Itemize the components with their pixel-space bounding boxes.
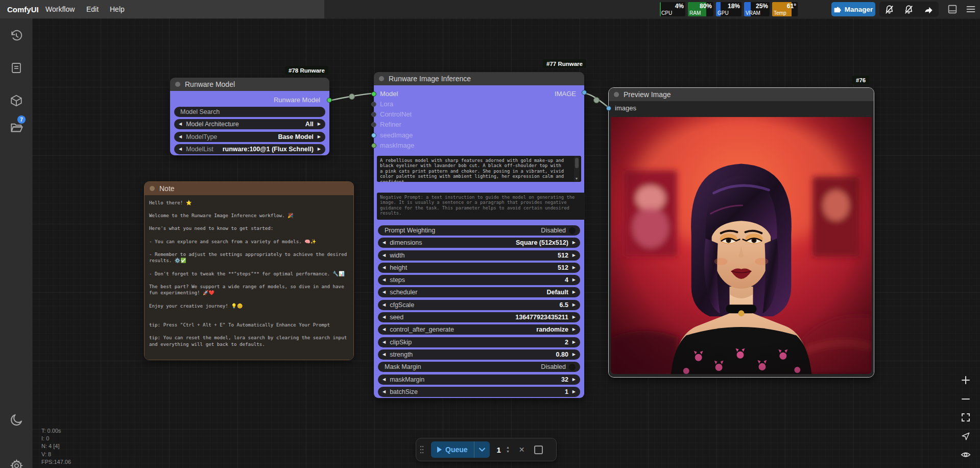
queue-options-chevron[interactable] bbox=[474, 441, 490, 458]
node-runware-image-inference[interactable]: Runware Image Inference Model Lora Contr… bbox=[374, 72, 584, 398]
input-slot-seedimage[interactable]: seedImage bbox=[371, 131, 413, 139]
widget-model-architecture[interactable]: ◀ Model Architecture All ▶ bbox=[174, 119, 325, 129]
combo-right-arrow[interactable]: ▶ bbox=[572, 315, 576, 319]
node-header[interactable]: Preview Image bbox=[609, 88, 874, 101]
widget-prompt-weighting[interactable]: Prompt Weighting Disabled bbox=[378, 225, 580, 236]
collapse-dot-icon[interactable] bbox=[175, 82, 180, 87]
combo-left-arrow[interactable]: ◀ bbox=[383, 390, 386, 394]
output-slot-image[interactable] bbox=[582, 90, 587, 95]
input-slot-refiner[interactable]: Refiner bbox=[371, 121, 401, 128]
share-icon[interactable] bbox=[924, 4, 934, 14]
combo-right-arrow[interactable]: ▶ bbox=[572, 266, 576, 270]
select-mode-icon[interactable] bbox=[959, 430, 972, 443]
widget-steps[interactable]: ◀ steps 4 ▶ bbox=[378, 275, 580, 285]
combo-left-arrow[interactable]: ◀ bbox=[179, 135, 182, 139]
combo-left-arrow[interactable]: ◀ bbox=[383, 290, 386, 294]
combo-right-arrow[interactable]: ▶ bbox=[572, 327, 576, 332]
input-slot-maskimage[interactable]: maskImage bbox=[371, 142, 414, 149]
node-preview-image[interactable]: Preview Image images bbox=[608, 87, 874, 378]
widget-cfgscale[interactable]: ◀ cfgScale 6.5 ▶ bbox=[378, 300, 580, 310]
collapse-dot-icon[interactable] bbox=[614, 92, 619, 97]
theme-toggle-icon[interactable] bbox=[9, 412, 24, 427]
zoom-in-icon[interactable] bbox=[959, 373, 972, 387]
combo-left-arrow[interactable]: ◀ bbox=[179, 122, 182, 126]
widget-maskmargin[interactable]: ◀ maskMargin 32 ▶ bbox=[378, 375, 580, 385]
widget-control-after-generate[interactable]: ◀ control_after_generate randomize ▶ bbox=[378, 324, 580, 335]
textarea-scrollbar[interactable]: ▾ bbox=[574, 156, 579, 181]
combo-left-arrow[interactable]: ◀ bbox=[383, 278, 386, 282]
combo-right-arrow[interactable]: ▶ bbox=[318, 147, 321, 151]
combo-left-arrow[interactable]: ◀ bbox=[383, 378, 386, 382]
input-slot-model[interactable]: Model bbox=[371, 90, 398, 98]
model-search-input[interactable]: Model Search bbox=[174, 107, 325, 117]
slot-dot[interactable] bbox=[371, 112, 376, 117]
batch-count-input[interactable]: 1 ▲ ▼ bbox=[495, 446, 510, 454]
note-text[interactable]: Hello there! ⭐ Welcome to the Runware Im… bbox=[145, 195, 353, 360]
clear-queue-icon[interactable]: ✕ bbox=[519, 446, 525, 454]
count-up-icon[interactable]: ▲ bbox=[506, 446, 510, 450]
toggle-visibility-eye-icon[interactable] bbox=[959, 448, 972, 461]
combo-left-arrow[interactable]: ◀ bbox=[383, 340, 386, 344]
queue-history-icon[interactable] bbox=[9, 28, 24, 43]
negative-prompt-textarea[interactable]: Negative Prompt: a text instruction to g… bbox=[377, 193, 585, 220]
bottom-panel-toggle-icon[interactable] bbox=[947, 4, 958, 14]
fit-view-icon[interactable] bbox=[959, 411, 972, 424]
input-slot-controlnet[interactable]: ControlNet bbox=[371, 110, 412, 118]
widget-clipskip[interactable]: ◀ clipSkip 2 ▶ bbox=[378, 337, 580, 347]
collapse-dot-icon[interactable] bbox=[379, 76, 384, 81]
node-header[interactable]: Runware Model bbox=[170, 78, 329, 91]
widget-model-list[interactable]: ◀ ModelList runware:100@1 (Flux Schnell)… bbox=[174, 144, 325, 154]
panel-drag-handle[interactable] bbox=[420, 445, 424, 454]
scroll-down-icon[interactable]: ▾ bbox=[574, 176, 579, 181]
slot-dot[interactable] bbox=[371, 122, 376, 127]
widget-mask-margin-toggle[interactable]: Mask Margin Disabled bbox=[378, 362, 580, 372]
node-runware-model[interactable]: Runware Model Runware Model Model Search… bbox=[170, 78, 329, 155]
combo-right-arrow[interactable]: ▶ bbox=[572, 241, 576, 245]
bell-icon[interactable] bbox=[904, 4, 914, 14]
combo-left-arrow[interactable]: ◀ bbox=[383, 253, 386, 258]
combo-left-arrow[interactable]: ◀ bbox=[383, 266, 386, 270]
settings-gear-icon[interactable] bbox=[9, 458, 24, 468]
combo-right-arrow[interactable]: ▶ bbox=[572, 278, 576, 282]
combo-left-arrow[interactable]: ◀ bbox=[383, 241, 386, 245]
zoom-out-icon[interactable] bbox=[959, 392, 972, 406]
output-slot-model[interactable] bbox=[327, 98, 332, 103]
combo-right-arrow[interactable]: ▶ bbox=[572, 390, 576, 394]
menu-help[interactable]: Help bbox=[110, 0, 125, 18]
combo-right-arrow[interactable]: ▶ bbox=[572, 290, 576, 294]
combo-right-arrow[interactable]: ▶ bbox=[572, 378, 576, 382]
combo-right-arrow[interactable]: ▶ bbox=[572, 253, 576, 258]
combo-right-arrow[interactable]: ▶ bbox=[318, 122, 321, 126]
widget-model-type[interactable]: ◀ ModelType Base Model ▶ bbox=[174, 132, 325, 142]
manager-button[interactable]: Manager bbox=[831, 2, 875, 16]
slot-dot[interactable] bbox=[371, 91, 376, 97]
widget-batchsize[interactable]: ◀ batchSize 1 ▶ bbox=[378, 387, 580, 397]
combo-left-arrow[interactable]: ◀ bbox=[383, 327, 386, 332]
queue-button[interactable]: Queue bbox=[431, 441, 490, 458]
widget-dimensions[interactable]: ◀ dimensions Square (512x512) ▶ bbox=[378, 238, 580, 248]
hamburger-menu-icon[interactable] bbox=[966, 4, 976, 14]
positive-prompt-textarea[interactable]: A rebellious model with sharp features a… bbox=[377, 156, 581, 182]
slot-dot[interactable] bbox=[606, 106, 611, 111]
slot-dot[interactable] bbox=[371, 143, 376, 148]
model-library-icon[interactable] bbox=[9, 93, 24, 108]
toggle-knob[interactable] bbox=[569, 364, 576, 370]
combo-left-arrow[interactable]: ◀ bbox=[383, 353, 386, 357]
output-slot-images[interactable]: images bbox=[606, 104, 636, 112]
collapse-dot-icon[interactable] bbox=[150, 186, 155, 191]
widget-scheduler[interactable]: ◀ scheduler Default ▶ bbox=[378, 287, 580, 297]
slot-dot[interactable] bbox=[371, 133, 376, 138]
widget-strength[interactable]: ◀ strength 0.80 ▶ bbox=[378, 349, 580, 360]
combo-left-arrow[interactable]: ◀ bbox=[383, 315, 386, 319]
widget-height[interactable]: ◀ height 512 ▶ bbox=[378, 263, 580, 273]
menu-comfyui[interactable]: ComfyUI bbox=[7, 0, 39, 18]
slot-dot[interactable] bbox=[371, 102, 376, 107]
node-note[interactable]: Note Hello there! ⭐ Welcome to the Runwa… bbox=[144, 181, 354, 360]
stop-icon[interactable] bbox=[534, 446, 543, 454]
menu-workflow[interactable]: Workflow bbox=[45, 0, 75, 18]
input-slot-lora[interactable]: Lora bbox=[371, 100, 393, 108]
widget-seed[interactable]: ◀ seed 136477923435211 ▶ bbox=[378, 312, 580, 322]
combo-right-arrow[interactable]: ▶ bbox=[572, 353, 576, 357]
node-library-icon[interactable] bbox=[9, 60, 24, 76]
combo-left-arrow[interactable]: ◀ bbox=[383, 303, 386, 307]
